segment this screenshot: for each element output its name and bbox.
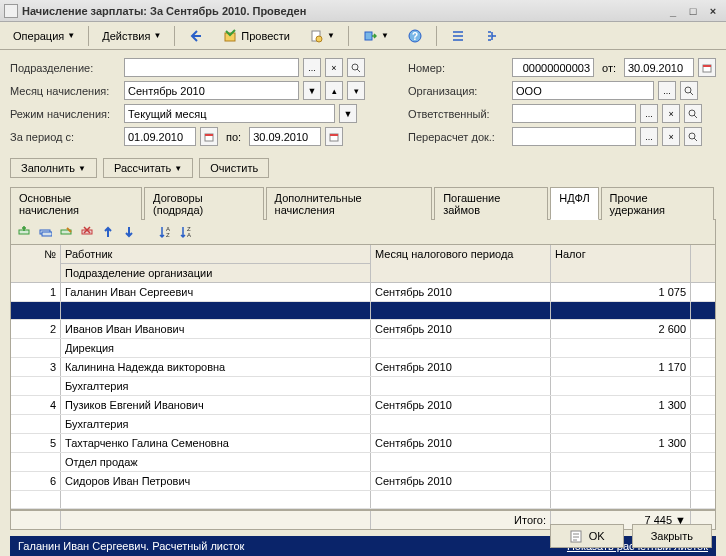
tab-loans[interactable]: Погашение займов bbox=[434, 187, 548, 220]
move-down-icon[interactable] bbox=[120, 223, 138, 241]
minimize-button[interactable]: _ bbox=[664, 3, 682, 19]
resp-input[interactable] bbox=[512, 104, 636, 123]
org-label: Организация: bbox=[408, 85, 508, 97]
svg-rect-3 bbox=[365, 32, 372, 40]
dept-select-button[interactable]: ... bbox=[303, 58, 321, 77]
back-arrow-icon bbox=[188, 28, 204, 44]
date-label: от: bbox=[598, 62, 620, 74]
month-up-button[interactable]: ▴ bbox=[325, 81, 343, 100]
period-label: За период с: bbox=[10, 131, 120, 143]
tree-button[interactable] bbox=[477, 24, 507, 48]
recalc-input[interactable] bbox=[512, 127, 636, 146]
edit-row-icon[interactable] bbox=[57, 223, 75, 241]
col-month[interactable]: Месяц налогового периода bbox=[371, 245, 551, 282]
payslip-text: Галанин Иван Сергеевич. Расчетный листок bbox=[18, 540, 567, 552]
resp-clear-button[interactable]: × bbox=[662, 104, 680, 123]
period-to-cal-button[interactable] bbox=[325, 127, 343, 146]
document-icon bbox=[308, 28, 324, 44]
table-row[interactable]: 2Иванов Иван ИвановичСентябрь 20102 600 bbox=[11, 320, 715, 339]
table-row[interactable]: 1Галанин Иван СергеевичСентябрь 20101 07… bbox=[11, 283, 715, 302]
close-footer-button[interactable]: Закрыть bbox=[632, 524, 712, 548]
mode-input[interactable] bbox=[124, 104, 335, 123]
table-row[interactable]: 4Пузиков Евгений ИвановичСентябрь 20101 … bbox=[11, 396, 715, 415]
svg-text:Z: Z bbox=[166, 232, 170, 238]
tree-icon bbox=[484, 28, 500, 44]
recalc-clear-button[interactable]: × bbox=[662, 127, 680, 146]
back-button[interactable] bbox=[181, 24, 211, 48]
clear-button[interactable]: Очистить bbox=[199, 158, 269, 178]
table-row[interactable]: 6Сидоров Иван ПетровичСентябрь 2010 bbox=[11, 472, 715, 491]
sort-desc-icon[interactable]: ZA bbox=[177, 223, 195, 241]
svg-text:A: A bbox=[187, 232, 191, 238]
table-row-dept[interactable]: Бухгалтерия bbox=[11, 415, 715, 434]
table-row-dept[interactable] bbox=[11, 302, 715, 320]
recalc-search-button[interactable] bbox=[684, 127, 702, 146]
table-row-dept[interactable]: Дирекция bbox=[11, 339, 715, 358]
col-tax[interactable]: Налог bbox=[551, 245, 691, 282]
delete-row-icon[interactable] bbox=[78, 223, 96, 241]
svg-line-17 bbox=[694, 115, 697, 118]
org-search-button[interactable] bbox=[680, 81, 698, 100]
add-row-icon[interactable] bbox=[15, 223, 33, 241]
tab-main-accruals[interactable]: Основные начисления bbox=[10, 187, 142, 220]
dept-input[interactable] bbox=[124, 58, 299, 77]
month-label: Месяц начисления: bbox=[10, 85, 120, 97]
svg-line-15 bbox=[690, 92, 693, 95]
period-from-input[interactable] bbox=[124, 127, 196, 146]
operation-menu[interactable]: Операция▼ bbox=[6, 26, 82, 46]
resp-select-button[interactable]: ... bbox=[640, 104, 658, 123]
close-button[interactable]: × bbox=[704, 3, 722, 19]
col-number[interactable]: № bbox=[11, 245, 61, 282]
table-row[interactable]: 3Калинина Надежда викторовнаСентябрь 201… bbox=[11, 358, 715, 377]
list-button[interactable] bbox=[443, 24, 473, 48]
month-input[interactable] bbox=[124, 81, 299, 100]
org-select-button[interactable]: ... bbox=[658, 81, 676, 100]
period-to-input[interactable] bbox=[249, 127, 321, 146]
table-row-dept[interactable]: Отдел продаж bbox=[11, 453, 715, 472]
recalc-select-button[interactable]: ... bbox=[640, 127, 658, 146]
period-from-cal-button[interactable] bbox=[200, 127, 218, 146]
org-input[interactable] bbox=[512, 81, 654, 100]
svg-rect-9 bbox=[205, 134, 213, 136]
ok-button[interactable]: OK bbox=[550, 524, 624, 548]
maximize-button[interactable]: □ bbox=[684, 3, 702, 19]
move-up-icon[interactable] bbox=[99, 223, 117, 241]
col-dept[interactable]: Подразделение организации bbox=[61, 264, 370, 282]
tab-additional[interactable]: Дополнительные начисления bbox=[266, 187, 433, 220]
help-button[interactable]: ? bbox=[400, 24, 430, 48]
fill-button[interactable]: Заполнить▼ bbox=[10, 158, 97, 178]
resp-label: Ответственный: bbox=[408, 108, 508, 120]
resp-search-button[interactable] bbox=[684, 104, 702, 123]
svg-rect-13 bbox=[703, 65, 711, 67]
dept-search-button[interactable] bbox=[347, 58, 365, 77]
post-button[interactable]: Провести bbox=[215, 24, 297, 48]
post-icon bbox=[222, 28, 238, 44]
dept-clear-button[interactable]: × bbox=[325, 58, 343, 77]
mode-dropdown-button[interactable]: ▼ bbox=[339, 104, 357, 123]
table-row-dept[interactable] bbox=[11, 491, 715, 509]
date-input[interactable] bbox=[624, 58, 694, 77]
table-row[interactable]: 5Тахтарченко Галина СеменовнаСентябрь 20… bbox=[11, 434, 715, 453]
document-ok-icon bbox=[569, 529, 583, 543]
actions-menu[interactable]: Действия▼ bbox=[95, 26, 168, 46]
tab-panel: AZ ZA № Работник Подразделение организац… bbox=[10, 220, 716, 530]
date-cal-button[interactable] bbox=[698, 58, 716, 77]
copy-row-icon[interactable] bbox=[36, 223, 54, 241]
number-input[interactable] bbox=[512, 58, 594, 77]
month-dropdown-button[interactable]: ▼ bbox=[303, 81, 321, 100]
period-to-label: по: bbox=[222, 131, 245, 143]
tab-other[interactable]: Прочие удержания bbox=[601, 187, 714, 220]
calc-button[interactable]: Рассчитать▼ bbox=[103, 158, 193, 178]
tab-ndfl[interactable]: НДФЛ bbox=[550, 187, 598, 220]
month-down-button[interactable]: ▾ bbox=[347, 81, 365, 100]
go-button[interactable]: ▼ bbox=[355, 24, 396, 48]
sort-asc-icon[interactable]: AZ bbox=[156, 223, 174, 241]
table-row-dept[interactable]: Бухгалтерия bbox=[11, 377, 715, 396]
tab-contracts[interactable]: Договоры (подряда) bbox=[144, 187, 263, 220]
dept-label: Подразделение: bbox=[10, 62, 120, 74]
svg-text:?: ? bbox=[412, 31, 418, 42]
col-employee[interactable]: Работник bbox=[61, 245, 370, 264]
grid-header: № Работник Подразделение организации Мес… bbox=[11, 245, 715, 283]
document-action-button[interactable]: ▼ bbox=[301, 24, 342, 48]
window-title: Начисление зарплаты: За Сентябрь 2010. П… bbox=[22, 5, 664, 17]
